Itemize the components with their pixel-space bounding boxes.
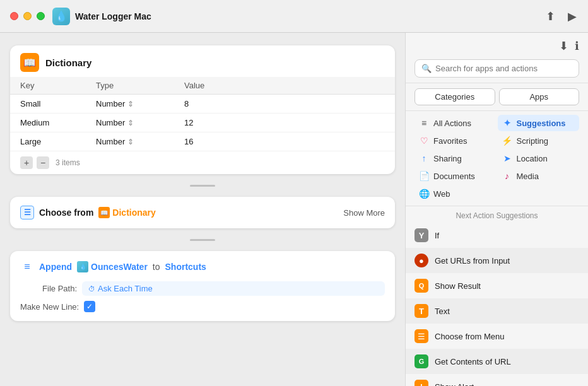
- cat-item-suggestions[interactable]: ✦ Suggestions: [498, 115, 580, 131]
- cat-item-location[interactable]: ➤ Location: [498, 150, 580, 167]
- cat-item-favorites[interactable]: ♡ Favorites: [415, 132, 497, 149]
- row1-value: 8: [174, 95, 395, 114]
- cat-item-all-actions[interactable]: ≡ All Actions: [415, 115, 497, 131]
- filter-tabs: Categories Apps: [406, 83, 588, 111]
- action-item-if[interactable]: Y If: [406, 223, 588, 248]
- cat-label-all-actions: All Actions: [433, 119, 471, 128]
- action-item-choose-menu[interactable]: ☰ Choose from Menu: [406, 324, 588, 349]
- add-item-button[interactable]: +: [20, 156, 33, 169]
- cat-label-web: Web: [433, 189, 450, 199]
- cat-label-documents: Documents: [433, 172, 475, 181]
- cat-item-scripting[interactable]: ⚡ Scripting: [498, 132, 580, 149]
- cat-item-media[interactable]: ♪ Media: [498, 168, 580, 184]
- append-card: ≡ Append 💧 OuncesWater to Shortcuts File…: [10, 251, 395, 321]
- dictionary-card: 📖 Dictionary Key Type Value Small: [10, 45, 395, 174]
- row1-key: Small: [10, 95, 86, 114]
- item-count: 3 items: [56, 158, 80, 167]
- cat-label-favorites: Favorites: [433, 136, 467, 146]
- row2-key: Medium: [10, 114, 86, 132]
- row3-key: Large: [10, 132, 86, 151]
- web-icon: 🌐: [418, 189, 430, 199]
- action-label-show-alert: Show Alert: [435, 382, 474, 387]
- show-alert-icon: !: [415, 380, 428, 386]
- search-icon: 🔍: [421, 64, 432, 73]
- categories-tab[interactable]: Categories: [415, 88, 495, 105]
- action-item-show-result[interactable]: Q Show Result: [406, 273, 588, 298]
- to-label: to: [153, 262, 160, 272]
- app-icon: 💧: [52, 8, 70, 25]
- favorites-icon: ♡: [418, 136, 430, 146]
- action-label-text: Text: [435, 307, 450, 316]
- shortcuts-label: Shortcuts: [165, 262, 206, 272]
- cat-item-documents[interactable]: 📄 Documents: [415, 168, 497, 184]
- upload-button[interactable]: ⬆: [544, 8, 556, 25]
- choose-menu-icon: ☰: [415, 329, 428, 343]
- col-type: Type: [86, 77, 174, 95]
- cat-label-sharing: Sharing: [433, 154, 462, 163]
- row2-type: Number ⇕: [86, 114, 174, 132]
- action-item-show-alert[interactable]: ! Show Alert: [406, 374, 588, 386]
- media-icon: ♪: [502, 171, 513, 181]
- action-label-if: If: [435, 231, 439, 240]
- fullscreen-button[interactable]: [37, 12, 45, 20]
- remove-item-button[interactable]: −: [37, 156, 49, 169]
- documents-icon: 📄: [418, 171, 430, 181]
- left-panel: 📖 Dictionary Key Type Value Small: [0, 33, 405, 386]
- row3-value: 16: [174, 132, 395, 151]
- action-label-get-urls: Get URLs from Input: [435, 256, 510, 266]
- row2-value: 12: [174, 114, 395, 132]
- cat-label-suggestions: Suggestions: [517, 119, 566, 128]
- sharing-icon: ↑: [418, 153, 430, 163]
- col-value: Value: [174, 77, 395, 95]
- action-label-get-contents: Get Contents of URL: [435, 357, 511, 366]
- append-label: Append: [39, 262, 72, 272]
- dict-pill-label: Dictionary: [112, 208, 155, 218]
- dict-table: Key Type Value Small Number ⇕: [10, 77, 395, 151]
- minimize-button[interactable]: [23, 12, 32, 20]
- v-handle: [10, 183, 395, 188]
- main-container: 📖 Dictionary Key Type Value Small: [0, 33, 588, 386]
- table-row: Large Number ⇕ 16: [10, 132, 395, 151]
- choose-icon: ☰: [20, 206, 34, 219]
- col-key: Key: [10, 77, 86, 95]
- file-path-value[interactable]: ⏱ Ask Each Time: [82, 281, 385, 296]
- inbox-icon-button[interactable]: ⬇: [559, 39, 568, 53]
- info-icon-button[interactable]: ℹ: [575, 39, 579, 53]
- type-arrows-2[interactable]: ⇕: [127, 119, 134, 127]
- action-label-choose-menu: Choose from Menu: [435, 332, 505, 341]
- append-icon: ≡: [20, 260, 34, 274]
- choose-from-card: ☰ Choose from 📖 Dictionary Show More: [10, 197, 395, 228]
- ounces-pill: 💧 OuncesWater: [77, 261, 148, 272]
- titlebar-actions: ⬆ ▶: [544, 8, 578, 25]
- close-button[interactable]: [10, 12, 18, 20]
- action-item-get-urls[interactable]: ● Get URLs from Input: [406, 248, 588, 273]
- suggestions-icon: ✦: [502, 118, 513, 128]
- ounces-icon: 💧: [77, 261, 88, 272]
- search-input[interactable]: [435, 64, 572, 73]
- v-handle-2: [10, 237, 395, 242]
- all-actions-icon: ≡: [418, 118, 430, 128]
- row3-type: Number ⇕: [86, 132, 174, 151]
- text-icon: T: [415, 304, 428, 318]
- ounces-label: OuncesWater: [91, 262, 148, 272]
- titlebar: 💧 Water Logger Mac ⬆ ▶: [0, 0, 588, 33]
- dict-icon: 📖: [20, 53, 39, 72]
- scripting-icon: ⚡: [502, 136, 513, 146]
- action-item-get-contents[interactable]: G Get Contents of URL: [406, 349, 588, 374]
- play-button[interactable]: ▶: [567, 8, 578, 25]
- type-arrows[interactable]: ⇕: [127, 100, 134, 108]
- choose-card-content: ☰ Choose from 📖 Dictionary Show More: [10, 197, 395, 228]
- apps-tab[interactable]: Apps: [499, 88, 580, 105]
- cat-label-location: Location: [517, 154, 548, 163]
- show-more-button[interactable]: Show More: [343, 208, 385, 218]
- cat-item-sharing[interactable]: ↑ Sharing: [415, 150, 497, 167]
- type-arrows-3[interactable]: ⇕: [127, 137, 134, 146]
- table-row: Medium Number ⇕ 12: [10, 114, 395, 132]
- action-item-text[interactable]: T Text: [406, 298, 588, 324]
- next-section-title: Next Action Suggestions: [406, 206, 588, 223]
- dict-pill: 📖 Dictionary: [98, 207, 155, 218]
- append-card-content: ≡ Append 💧 OuncesWater to Shortcuts File…: [10, 251, 395, 321]
- choose-left: ☰ Choose from 📖 Dictionary: [20, 206, 156, 219]
- make-new-line-checkbox[interactable]: ✓: [84, 301, 95, 312]
- cat-item-web[interactable]: 🌐 Web: [415, 185, 497, 202]
